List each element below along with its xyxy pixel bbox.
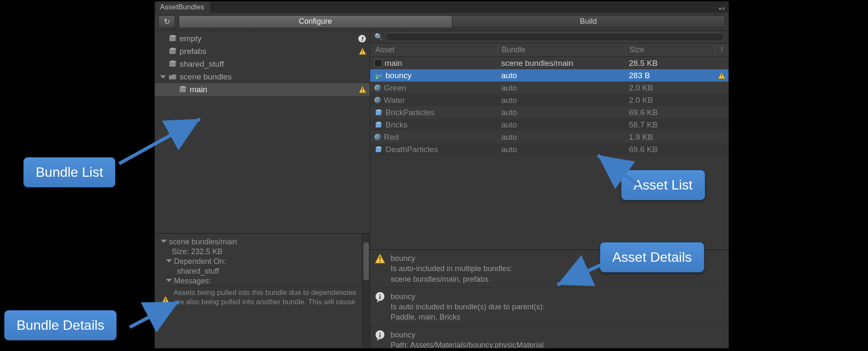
bundle-row-main[interactable]: main xyxy=(155,83,370,96)
asset-name: Green xyxy=(384,83,406,93)
bundle-label: scene bundles xyxy=(180,72,232,82)
search-bar: 🔍 xyxy=(370,31,728,43)
asset-list[interactable]: mainscene bundles/main28.5 KBbouncyauto2… xyxy=(370,57,728,249)
arrow-icon xyxy=(553,259,613,293)
asset-size: 2.0 KB xyxy=(625,83,715,93)
warning-icon xyxy=(359,86,366,93)
foldout-icon[interactable] xyxy=(161,238,167,244)
bundle-row-shared[interactable]: shared_stuff xyxy=(155,58,370,71)
scroll-thumb[interactable] xyxy=(363,242,369,280)
warning-icon xyxy=(374,253,385,264)
refresh-icon: ↻ xyxy=(164,17,170,26)
foldout-icon[interactable] xyxy=(166,277,172,283)
cube-icon xyxy=(179,85,187,94)
asset-bundle: auto xyxy=(498,120,625,130)
asset-row[interactable]: Redauto1.9 KB xyxy=(370,131,728,143)
bundle-label: prefabs xyxy=(180,47,206,56)
asset-row[interactable]: bouncyauto283 B xyxy=(370,69,728,82)
asset-size: 283 B xyxy=(625,71,715,80)
asset-row[interactable]: Waterauto2.0 KB xyxy=(370,94,728,106)
warning-icon xyxy=(359,48,366,55)
callout-asset-details: Asset Details xyxy=(600,242,704,272)
physmat-icon xyxy=(374,71,383,80)
detail-text: Is auto included in bundle(s) due to par… xyxy=(391,302,724,323)
bundle-row-scene-bundles[interactable]: scene bundles xyxy=(155,71,370,83)
asset-bundle: auto xyxy=(498,96,625,105)
asset-detail-row: bouncyIs auto included in bundle(s) due … xyxy=(370,288,728,326)
bundle-label: shared_stuff xyxy=(180,59,224,69)
prefab-icon xyxy=(374,108,383,117)
tab-configure[interactable]: Configure xyxy=(179,16,452,28)
asset-row[interactable]: BrickParticlesauto69.6 KB xyxy=(370,106,728,119)
details-title: scene bundles/main xyxy=(169,238,237,246)
asset-name: bouncy xyxy=(385,71,411,80)
col-bundle[interactable]: Bundle xyxy=(498,45,625,54)
asset-size: 1.9 KB xyxy=(625,133,715,142)
cube-icon xyxy=(168,60,177,68)
cube-icon xyxy=(168,47,177,56)
info-icon xyxy=(374,330,385,341)
col-warn[interactable]: ! xyxy=(715,45,728,54)
arrow-icon xyxy=(591,151,642,198)
asset-row[interactable]: DeathParticlesauto69.6 KB xyxy=(370,143,728,156)
messages-label: Messages: xyxy=(174,277,211,285)
bundle-label: empty xyxy=(180,34,202,43)
dependent-label: Dependent On: xyxy=(174,257,226,266)
dependent-value: shared_stuff xyxy=(157,266,360,276)
asset-detail-row: bouncyPath: Assets/Materials/bouncy.phys… xyxy=(370,326,728,348)
foldout-icon[interactable] xyxy=(160,74,166,80)
material-icon xyxy=(374,97,381,104)
asset-name: main xyxy=(385,59,402,68)
asset-name: Water xyxy=(384,96,405,105)
svg-line-10 xyxy=(119,119,200,164)
titlebar: AssetBundles ▾≡ xyxy=(155,2,728,13)
asset-row[interactable]: mainscene bundles/main28.5 KB xyxy=(370,57,728,69)
search-input[interactable] xyxy=(385,33,724,41)
asset-bundle: auto xyxy=(498,133,625,142)
asset-name: DeathParticles xyxy=(385,145,438,154)
search-icon: 🔍 xyxy=(374,33,383,41)
scene-icon xyxy=(374,59,382,67)
asset-bundle: auto xyxy=(498,83,625,93)
bundle-row-prefabs[interactable]: prefabs xyxy=(155,45,370,58)
arrow-icon xyxy=(128,297,187,336)
svg-line-13 xyxy=(557,263,604,285)
message-text: Assets being pulled into this bundle due… xyxy=(174,288,358,307)
prefab-icon xyxy=(374,121,383,129)
warning-icon xyxy=(718,72,725,79)
asset-row[interactable]: Bricksauto58.7 KB xyxy=(370,119,728,131)
material-icon xyxy=(374,85,381,91)
arrow-icon xyxy=(115,113,208,168)
mode-tabs: Configure Build xyxy=(179,15,725,28)
asset-size: 28.5 KB xyxy=(625,59,715,68)
asset-table-header: Asset Bundle Size ! xyxy=(370,43,728,57)
asset-name: Bricks xyxy=(385,120,408,130)
bundle-row-empty[interactable]: empty xyxy=(155,32,370,45)
svg-line-11 xyxy=(130,302,179,327)
scrollbar[interactable] xyxy=(362,234,370,348)
asset-bundle: scene bundles/main xyxy=(498,59,625,68)
prefab-icon xyxy=(374,145,383,154)
col-size[interactable]: Size xyxy=(625,45,715,54)
col-asset[interactable]: Asset xyxy=(370,45,498,54)
window-menu-icon[interactable]: ▾≡ xyxy=(715,6,728,13)
folder-icon xyxy=(168,73,177,81)
asset-row[interactable]: Greenauto2.0 KB xyxy=(370,82,728,94)
info-icon xyxy=(358,34,366,43)
info-icon xyxy=(374,292,385,303)
asset-size: 69.6 KB xyxy=(625,108,715,117)
refresh-button[interactable]: ↻ xyxy=(158,15,175,28)
asset-bundle: auto xyxy=(498,71,625,80)
cube-icon xyxy=(168,34,177,43)
foldout-icon[interactable] xyxy=(166,258,172,264)
asset-name: Red xyxy=(384,133,399,142)
callout-bundle-list: Bundle List xyxy=(23,157,115,187)
detail-text: Path: Assets/Materials/bouncy.physicMate… xyxy=(391,340,724,348)
svg-line-12 xyxy=(598,155,638,185)
window-tab[interactable]: AssetBundles xyxy=(156,2,210,13)
bundle-label: main xyxy=(190,85,207,94)
asset-size: 58.7 KB xyxy=(625,120,715,130)
detail-title: bouncy xyxy=(391,330,724,340)
tab-build[interactable]: Build xyxy=(452,16,725,28)
asset-name: BrickParticles xyxy=(385,108,434,117)
